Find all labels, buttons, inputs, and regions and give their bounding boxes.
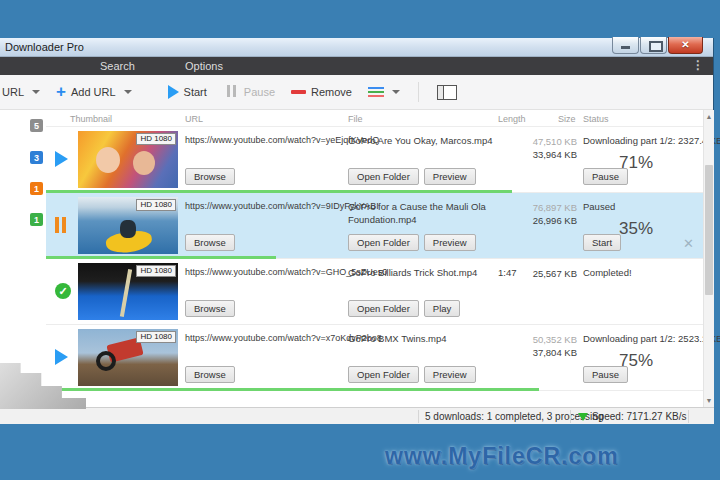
file-size: 47,510 KB 33,964 KB	[462, 135, 577, 162]
browse-button[interactable]: Browse	[185, 366, 235, 383]
start-button[interactable]: Start	[168, 85, 207, 99]
open-folder-button[interactable]: Open Folder	[348, 234, 419, 251]
browse-button[interactable]: Browse	[185, 234, 235, 251]
filter-badge-downloading[interactable]: 3	[30, 151, 43, 164]
play-icon	[168, 85, 179, 99]
open-folder-button[interactable]: Open Folder	[348, 168, 419, 185]
size-done: 37,804 KB	[462, 346, 577, 359]
video-thumbnail[interactable]: HD 1080	[78, 131, 178, 188]
row-buttons: Open Folder Preview	[348, 234, 476, 251]
preview-button[interactable]: Preview	[424, 234, 476, 251]
open-folder-button[interactable]: Open Folder	[348, 300, 419, 317]
header-size[interactable]: Size	[558, 114, 576, 124]
menu-bar: Search Options ⋮	[0, 57, 713, 75]
video-thumbnail[interactable]: HD 1080	[78, 329, 178, 386]
start-label: Start	[184, 86, 207, 98]
browse-button[interactable]: Browse	[185, 168, 235, 185]
downloads-summary: 5 downloads: 1 completed, 3 processing	[425, 411, 603, 422]
header-url[interactable]: URL	[185, 114, 203, 124]
status-text: Downloading part 1/2: 2327.4 KB/s	[583, 135, 705, 146]
size-total: 76,897 KB	[462, 201, 577, 214]
play-button[interactable]: Play	[424, 300, 460, 317]
header-thumbnail[interactable]: Thumbnail	[70, 114, 112, 124]
pause-label: Pause	[244, 86, 275, 98]
menu-search[interactable]: Search	[100, 60, 135, 72]
colored-lines-icon	[368, 85, 384, 99]
status-bar: 5 downloads: 1 completed, 3 processing S…	[0, 407, 714, 424]
statusbar-separator	[570, 410, 571, 423]
close-button[interactable]	[668, 37, 703, 54]
url-button[interactable]: URL	[2, 86, 40, 98]
video-thumbnail[interactable]: HD 1080	[78, 263, 178, 320]
toolbar: URL + Add URL Start Pause Remove	[0, 75, 713, 110]
pause-row-button[interactable]: Pause	[583, 366, 628, 383]
filter-badge-completed[interactable]: 1	[30, 213, 43, 226]
file-size: 76,897 KB 26,996 KB	[462, 201, 577, 228]
queue-options-button[interactable]	[368, 85, 400, 99]
more-menu-icon[interactable]: ⋮	[692, 58, 704, 72]
preview-button[interactable]: Preview	[424, 168, 476, 185]
minimize-button[interactable]	[612, 37, 639, 54]
size-total: 50,352 KB	[462, 333, 577, 346]
plus-icon: +	[56, 85, 66, 99]
preview-button[interactable]: Preview	[424, 366, 476, 383]
menu-options[interactable]: Options	[185, 60, 223, 72]
status-text: Paused	[583, 201, 705, 212]
window-controls	[611, 37, 703, 54]
window-title: Downloader Pro	[5, 41, 84, 53]
file-size: 50,352 KB 37,804 KB	[462, 333, 577, 360]
add-url-label: Add URL	[71, 86, 116, 98]
remove-icon	[291, 90, 306, 94]
size-total: 25,567 KB	[462, 267, 577, 280]
completed-state-icon	[55, 283, 71, 299]
hd-badge: HD 1080	[136, 265, 176, 277]
remove-label: Remove	[311, 86, 352, 98]
table-row[interactable]: HD 1080 https://www.youtube.com/watch?v=…	[46, 259, 703, 325]
maximize-button[interactable]	[640, 37, 667, 54]
toolbar-separator	[418, 82, 419, 102]
remove-button[interactable]: Remove	[291, 86, 352, 98]
chevron-down-icon	[32, 90, 40, 94]
pause-icon	[227, 85, 239, 99]
pause-button-disabled[interactable]: Pause	[227, 85, 275, 99]
hd-badge: HD 1080	[136, 331, 176, 343]
filter-badge-paused[interactable]: 1	[30, 182, 43, 195]
speed-indicator: Speed: 7171.27 KB/s	[578, 411, 687, 422]
video-thumbnail[interactable]: HD 1080	[78, 197, 178, 254]
progress-bar	[46, 388, 539, 391]
status-text: Downloading part 1/2: 2523.1 KB/s	[583, 333, 705, 344]
header-status[interactable]: Status	[583, 114, 609, 124]
header-length[interactable]: Length	[498, 114, 526, 124]
hd-badge: HD 1080	[136, 199, 176, 211]
size-total: 47,510 KB	[462, 135, 577, 148]
row-buttons: Open Folder Preview	[348, 168, 476, 185]
browse-button[interactable]: Browse	[185, 300, 235, 317]
scrollbar-thumb[interactable]	[705, 165, 713, 295]
side-panel-toggle-icon[interactable]	[437, 85, 457, 100]
table-row-selected[interactable]: HD 1080 https://www.youtube.com/watch?v=…	[46, 193, 703, 259]
title-bar[interactable]: Downloader Pro	[0, 38, 713, 57]
pause-row-button[interactable]: Pause	[583, 168, 628, 185]
table-row[interactable]: HD 1080 https://www.youtube.com/watch?v=…	[46, 325, 703, 391]
scroll-down-icon[interactable]: ▼	[704, 394, 714, 407]
chevron-down-icon	[124, 90, 132, 94]
downloading-state-icon	[55, 349, 68, 365]
row-buttons: Open Folder Preview	[348, 366, 476, 383]
speed-text: Speed: 7171.27 KB/s	[592, 411, 687, 422]
vertical-scrollbar[interactable]: ▲ ▼	[703, 110, 714, 407]
hd-badge: HD 1080	[136, 133, 176, 145]
downloading-state-icon	[55, 151, 68, 167]
open-folder-button[interactable]: Open Folder	[348, 366, 419, 383]
statusbar-separator	[688, 410, 689, 423]
download-speed-icon	[578, 413, 588, 421]
remove-row-icon[interactable]: ✕	[683, 238, 694, 250]
url-button-label: URL	[2, 86, 24, 98]
screen: Downloader Pro Search Options ⋮ URL + Ad…	[0, 0, 720, 480]
scroll-up-icon[interactable]: ▲	[704, 110, 714, 123]
table-row[interactable]: HD 1080 https://www.youtube.com/watch?v=…	[46, 127, 703, 193]
add-url-button[interactable]: + Add URL	[56, 85, 132, 99]
header-file[interactable]: File	[348, 114, 363, 124]
start-row-button[interactable]: Start	[583, 234, 621, 251]
filter-badge-all[interactable]: 5	[30, 119, 43, 132]
status-text: Completed!	[583, 267, 705, 278]
